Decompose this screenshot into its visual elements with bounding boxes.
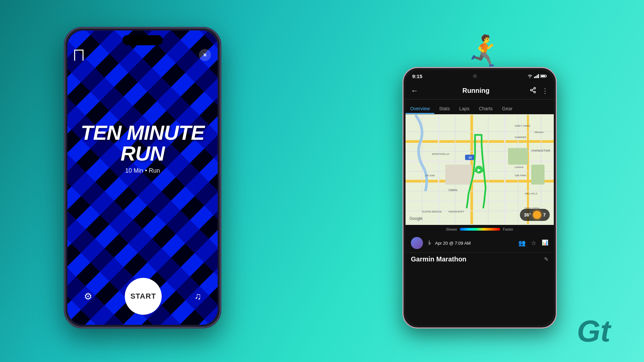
svg-point-3 [534,87,536,89]
svg-point-5 [534,91,536,93]
more-button[interactable]: ⋮ [542,87,548,95]
tab-laps[interactable]: Laps [454,103,474,114]
svg-rect-1 [546,75,547,77]
signal-icon [534,74,539,78]
svg-line-6 [532,90,534,92]
nav-action-icons: ⋮ [530,87,548,95]
activity-action-buttons: 👥 ☆ 📊 [518,239,548,247]
activity-type-icon [426,240,432,246]
map-area[interactable]: 10 ▶ [406,114,554,225]
left-phone-shell: × TEN MINUTE RUN 10 Min • Run ⚙ START ♫ [64,27,221,328]
activity-name: Garmin Marathon [411,255,467,263]
svg-text:Overland Park: Overland Park [531,149,550,152]
svg-rect-29 [508,148,528,165]
weather-sun-icon [533,211,541,219]
svg-text:NALL HILLS: NALL HILLS [525,192,537,195]
battery-icon [540,74,547,78]
svg-text:Olathe: Olathe [448,188,457,192]
map-svg: 10 ▶ [406,114,554,225]
workout-title-line1: TEN MINUTE [67,122,218,143]
svg-rect-2 [541,75,545,77]
share-activity-icon[interactable]: 📊 [542,239,548,247]
right-phone-screen: 9:15 [406,70,554,325]
svg-text:OAK PARK: OAK PARK [515,174,527,177]
start-button[interactable]: START [125,278,162,315]
star-icon[interactable]: ☆ [531,239,536,247]
status-time: 9:15 [412,73,422,79]
bookmark-icon[interactable] [74,50,84,60]
runner-emoji: 🏃 [466,34,503,69]
gt-logo: Gt [577,314,610,349]
svg-text:HAVENCROFT: HAVENCROFT [448,210,465,213]
music-button[interactable]: ♫ [194,291,201,302]
svg-text:SHAWNEE: SHAWNEE [515,136,527,138]
svg-text:MONTICELLO: MONTICELLO [432,153,449,156]
share-icon[interactable] [530,87,536,94]
left-phone: × TEN MINUTE RUN 10 Min • Run ⚙ START ♫ [64,27,221,328]
legend-slower-label: Slower [446,227,458,231]
edit-button[interactable]: ✎ [544,256,548,262]
left-phone-screen: × TEN MINUTE RUN 10 Min • Run ⚙ START ♫ [67,31,218,325]
svg-text:Lenexa: Lenexa [515,166,524,169]
people-icon[interactable]: 👥 [518,239,526,247]
close-button[interactable]: × [199,49,211,61]
status-icons [527,74,547,78]
wifi-icon [527,74,533,78]
settings-button[interactable]: ⚙ [84,291,92,302]
weather-badge: 36° 7 [520,209,550,221]
activity-meta: Apr 20 @ 7:09 AM [426,240,518,246]
speed-legend: Slower Faster [406,225,554,234]
tab-stats[interactable]: Stats [434,103,454,114]
status-bar: 9:15 [406,70,554,82]
svg-text:GREY OAKS: GREY OAKS [515,124,530,127]
svg-text:OLATHE MEDICAL: OLATHE MEDICAL [422,210,442,213]
activity-info-row: Apr 20 @ 7:09 AM 👥 ☆ 📊 [406,234,554,253]
speed-gradient-bar [460,228,500,231]
nav-title: Running [422,87,530,95]
user-avatar [411,237,423,249]
nav-bar: ← Running ⋮ [406,82,554,100]
svg-text:De Soto: De Soto [425,174,435,177]
svg-rect-30 [531,165,544,184]
dynamic-island [122,35,163,45]
back-button[interactable]: ← [411,86,418,95]
camera-hole [473,74,477,78]
left-top-bar: × [74,49,211,61]
svg-line-7 [532,88,534,89]
svg-point-4 [531,89,532,91]
weather-wind: 7 [543,212,546,218]
weather-temperature: 36° [524,212,531,218]
activity-title-area: Garmin Marathon ✎ [406,253,554,266]
tab-overview[interactable]: Overview [406,103,434,114]
google-label: Google [410,216,423,221]
tab-gear[interactable]: Gear [497,103,517,114]
svg-rect-31 [445,165,472,184]
left-bottom-bar: ⚙ START ♫ [67,278,218,315]
tabs-bar: Overview Stats Laps Charts Gear [406,100,554,114]
svg-text:10: 10 [468,156,472,159]
legend-faster-label: Faster [503,227,513,231]
svg-text:▶: ▶ [478,168,481,172]
right-phone-shell: 9:15 [402,67,557,328]
activity-date: Apr 20 @ 7:09 AM [435,241,471,246]
workout-subtitle: 10 Min • Run [67,167,218,174]
right-phone: 9:15 [402,67,557,328]
tab-charts[interactable]: Charts [474,103,497,114]
workout-title-area: TEN MINUTE RUN 10 Min • Run [67,122,218,174]
svg-point-50 [429,241,430,242]
workout-title-line2: RUN [67,143,218,164]
svg-text:Mission: Mission [535,131,544,134]
